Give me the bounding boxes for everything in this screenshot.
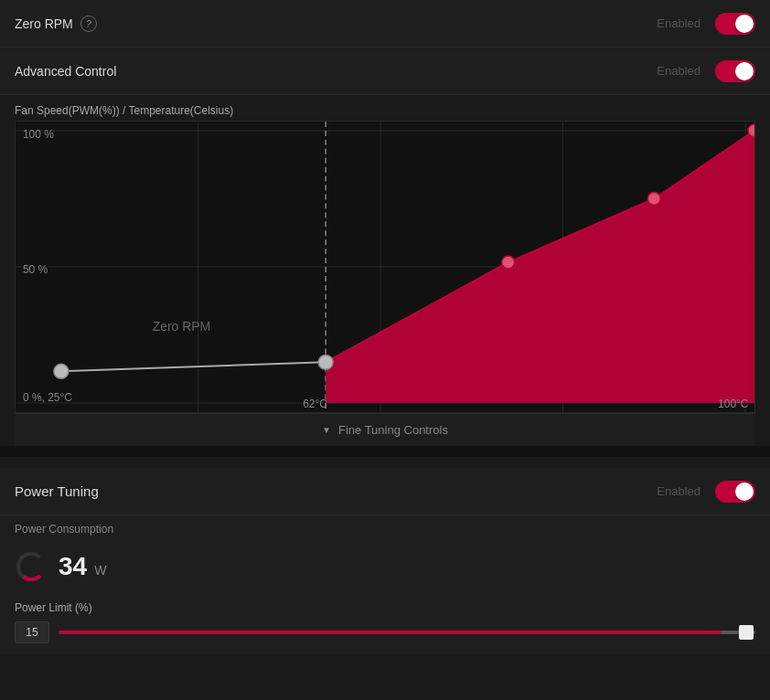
svg-text:100 %: 100 % [23, 128, 54, 141]
power-tuning-toggle[interactable] [715, 481, 755, 503]
zero-rpm-toggle-thumb [735, 15, 754, 33]
advanced-control-status: Enabled [657, 64, 700, 78]
power-tuning-status: Enabled [657, 484, 700, 498]
advanced-control-toggle[interactable] [715, 60, 755, 82]
chart-title: Fan Speed(PWM(%)) / Temperature(Celsius) [15, 104, 755, 117]
advanced-control-row: Advanced Control Enabled [0, 48, 770, 95]
power-limit-slider-track [59, 631, 755, 634]
fine-tuning-label: Fine Tuning Controls [338, 423, 448, 437]
fan-speed-chart[interactable]: 100 % 50 % 0 %, 25°C 62°C 100°C Zero RPM [15, 121, 755, 413]
power-tuning-section: Power Tuning Enabled Power Consumption 3… [0, 468, 770, 654]
power-limit-slider-thumb[interactable] [739, 625, 754, 640]
advanced-control-text: Advanced Control [15, 64, 116, 79]
power-consumption-display: 34 W [0, 539, 770, 594]
power-unit: W [94, 563, 106, 578]
zero-rpm-label: Zero RPM ? [15, 16, 657, 32]
power-tuning-toggle-thumb [735, 483, 754, 501]
svg-text:50 %: 50 % [23, 263, 48, 276]
chart-point-4[interactable] [647, 193, 660, 206]
svg-point-16 [18, 554, 44, 579]
power-limit-section: Power Limit (%) 15 [0, 594, 770, 654]
power-limit-label: Power Limit (%) [15, 601, 755, 614]
power-consumption-label: Power Consumption [0, 515, 770, 539]
power-tuning-row: Power Tuning Enabled [0, 468, 770, 515]
zero-rpm-toggle[interactable] [715, 13, 755, 35]
chart-point-1[interactable] [54, 364, 69, 378]
zero-rpm-help-icon[interactable]: ? [80, 16, 97, 32]
power-limit-slider-container: 15 [15, 621, 755, 643]
fine-tuning-chevron-icon: ▼ [322, 425, 331, 435]
advanced-control-toggle-thumb [735, 62, 754, 80]
power-value: 34 [59, 554, 87, 579]
advanced-control-label: Advanced Control [15, 64, 657, 79]
power-tuning-text: Power Tuning [15, 483, 99, 499]
zero-rpm-row: Zero RPM ? Enabled [0, 0, 770, 48]
power-gauge-icon [15, 550, 48, 583]
chart-point-3[interactable] [502, 256, 515, 269]
svg-text:0 %, 25°C: 0 %, 25°C [23, 391, 72, 404]
chart-svg: 100 % 50 % 0 %, 25°C 62°C 100°C Zero RPM [16, 122, 754, 412]
svg-text:100°C: 100°C [718, 398, 749, 410]
chart-point-5[interactable] [748, 124, 754, 137]
chart-section: Fan Speed(PWM(%)) / Temperature(Celsius) [0, 95, 770, 446]
svg-line-9 [61, 362, 326, 371]
zero-rpm-text: Zero RPM [15, 16, 73, 31]
chart-point-2[interactable] [318, 355, 333, 369]
svg-text:Zero RPM: Zero RPM [153, 319, 211, 334]
zero-rpm-status: Enabled [657, 16, 700, 30]
power-limit-value: 15 [15, 621, 49, 643]
section-separator [0, 446, 770, 457]
svg-text:62°C: 62°C [303, 398, 327, 410]
power-value-display: 34 W [59, 554, 106, 579]
fine-tuning-bar[interactable]: ▼ Fine Tuning Controls [15, 413, 755, 446]
power-tuning-label: Power Tuning [15, 483, 657, 499]
power-limit-slider-wrapper[interactable] [59, 621, 755, 643]
